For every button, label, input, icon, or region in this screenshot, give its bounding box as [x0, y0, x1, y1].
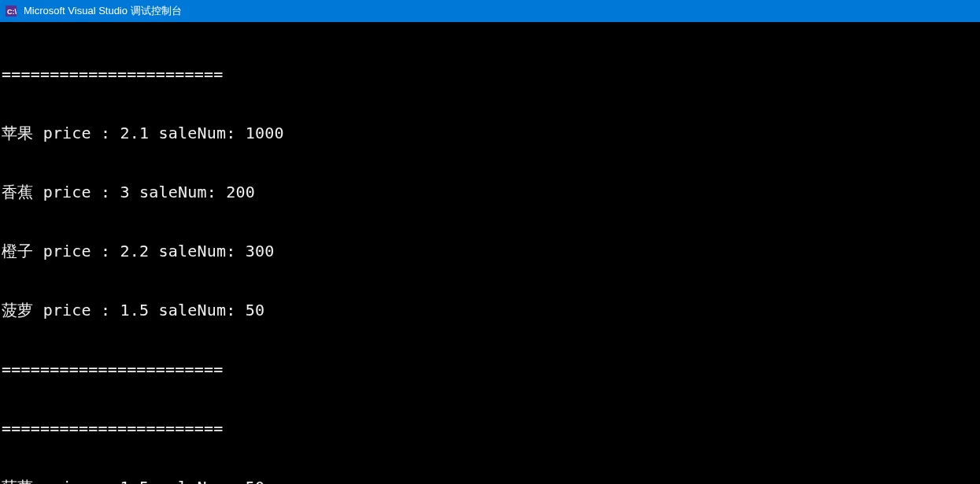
- console-line: 苹果 price : 2.1 saleNum: 1000: [2, 124, 978, 143]
- svg-text:C:\: C:\: [7, 8, 17, 16]
- console-line: 橙子 price : 2.2 saleNum: 300: [2, 242, 978, 261]
- console-line: 香蕉 price : 3 saleNum: 200: [2, 183, 978, 202]
- console-output[interactable]: ======================= 苹果 price : 2.1 s…: [0, 22, 980, 484]
- app-icon: C:\: [5, 5, 17, 17]
- window-titlebar[interactable]: C:\ Microsoft Visual Studio 调试控制台: [0, 0, 980, 22]
- console-line: =======================: [2, 65, 978, 84]
- console-line: 菠萝 price : 1.5 saleNum: 50: [2, 301, 978, 320]
- console-line: 菠萝 price : 1.5 saleNum: 50: [2, 478, 978, 484]
- console-line: =======================: [2, 419, 978, 438]
- console-line: =======================: [2, 360, 978, 379]
- window-title: Microsoft Visual Studio 调试控制台: [24, 4, 182, 18]
